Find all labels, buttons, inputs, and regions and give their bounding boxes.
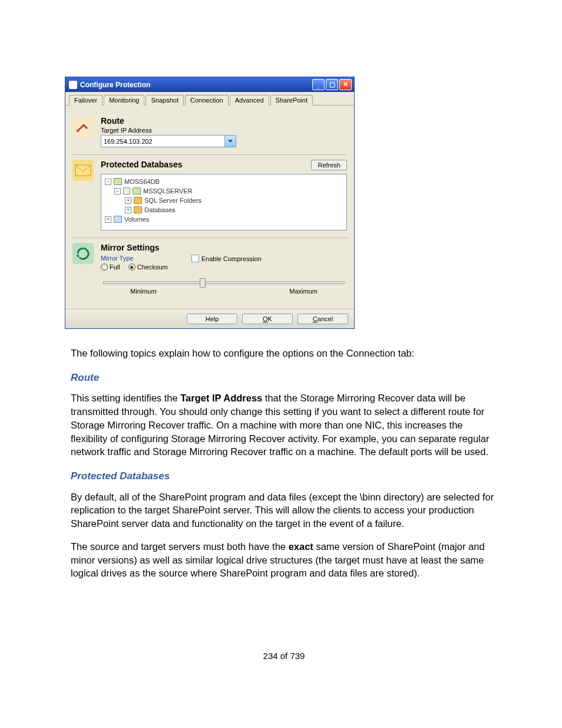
tree-label: MOSS64DB <box>124 177 160 186</box>
folder-icon <box>134 206 142 213</box>
protected-heading: Protected Databases <box>101 160 183 169</box>
compression-slider[interactable]: Minimum Maximum <box>101 281 347 295</box>
checkbox-icon <box>191 255 199 262</box>
tree-label: Databases <box>144 205 176 215</box>
tree-label: MSSQLSERVER <box>143 186 193 196</box>
close-button[interactable]: ✕ <box>339 79 352 90</box>
tab-snapshot[interactable]: Snapshot <box>146 95 183 106</box>
tab-monitoring[interactable]: Monitoring <box>104 95 144 106</box>
configure-protection-dialog: Configure Protection _ ▢ ✕ Failover Moni… <box>65 77 355 329</box>
collapse-icon[interactable]: − <box>114 188 121 195</box>
target-ip-label: Target IP Address <box>101 127 347 134</box>
tab-connection[interactable]: Connection <box>185 95 229 106</box>
instance-icon <box>133 187 141 195</box>
slider-max-label: Maximum <box>289 288 318 295</box>
protected-databases-section: Protected Databases Refresh − MOSS64DB − <box>72 155 347 238</box>
connection-panel: Route Target IP Address <box>65 106 354 309</box>
route-icon <box>72 116 94 137</box>
folder-icon <box>134 197 142 204</box>
envelope-icon <box>72 160 94 181</box>
collapse-icon[interactable]: − <box>105 179 111 185</box>
radio-label: Full <box>110 263 120 271</box>
mirror-settings-section: Mirror Settings Mirror Type Full <box>72 238 347 302</box>
page-number: 234 of 739 <box>71 651 497 661</box>
route-paragraph: This setting identifies the Target IP Ad… <box>71 391 497 459</box>
radio-icon <box>101 263 108 271</box>
enable-compression-checkbox[interactable]: Enable Compression <box>191 255 262 262</box>
tree-node-volumes[interactable]: + Volumes <box>105 215 343 224</box>
slider-min-label: Minimum <box>130 288 157 295</box>
window-title: Configure Protection <box>80 81 150 89</box>
radio-checksum[interactable]: Checksum <box>128 263 168 271</box>
tree-node-databases[interactable]: + Databases <box>105 205 343 215</box>
protected-paragraph: By default, all of the SharePoint progra… <box>71 490 497 531</box>
exact-version-paragraph: The source and target servers must both … <box>71 540 497 580</box>
tree-label: SQL Server Folders <box>144 196 201 205</box>
tree-label: Volumes <box>124 215 149 224</box>
expand-icon[interactable]: + <box>105 216 111 223</box>
chevron-down-icon[interactable] <box>225 135 236 147</box>
route-doc-heading: Route <box>71 371 497 384</box>
slider-thumb[interactable] <box>200 278 206 288</box>
mirror-icon <box>72 243 94 264</box>
mirror-type-label: Mirror Type <box>101 255 168 262</box>
tree-node-folders[interactable]: + SQL Server Folders <box>105 196 343 205</box>
database-tree[interactable]: − MOSS64DB − MSSQLSERVER + <box>101 174 347 230</box>
refresh-button[interactable]: Refresh <box>311 160 347 170</box>
tab-sharepoint[interactable]: SharePoint <box>270 95 313 106</box>
target-ip-combo[interactable] <box>101 135 236 147</box>
document-body: The following topics explain how to conf… <box>71 347 497 580</box>
tab-advanced[interactable]: Advanced <box>230 95 269 106</box>
route-section: Route Target IP Address <box>72 111 347 155</box>
tree-node-instance[interactable]: − MSSQLSERVER <box>105 186 343 196</box>
titlebar: Configure Protection _ ▢ ✕ <box>65 77 354 92</box>
app-icon <box>69 81 77 89</box>
radio-icon <box>128 263 135 271</box>
svg-point-0 <box>77 130 79 132</box>
dialog-button-bar: Help OK Cancel <box>65 309 354 328</box>
mirror-heading: Mirror Settings <box>101 243 347 252</box>
checkbox-label: Enable Compression <box>201 255 262 262</box>
maximize-button[interactable]: ▢ <box>326 79 338 90</box>
tab-bar: Failover Monitoring Snapshot Connection … <box>65 92 354 106</box>
protected-doc-heading: Protected Databases <box>71 469 497 483</box>
route-heading: Route <box>101 116 347 126</box>
volumes-icon <box>114 216 122 223</box>
radio-label: Checksum <box>137 263 168 271</box>
expand-icon[interactable]: + <box>125 197 131 204</box>
radio-full[interactable]: Full <box>101 263 120 271</box>
intro-paragraph: The following topics explain how to conf… <box>71 347 497 360</box>
ok-button[interactable]: OK <box>242 314 293 324</box>
server-icon <box>114 178 122 185</box>
tree-node-server[interactable]: − MOSS64DB <box>105 177 343 186</box>
help-button[interactable]: Help <box>187 314 237 324</box>
minimize-button[interactable]: _ <box>312 79 325 90</box>
expand-icon[interactable]: + <box>125 207 131 213</box>
tab-failover[interactable]: Failover <box>69 95 103 106</box>
target-ip-input[interactable] <box>101 135 225 147</box>
checkbox-icon[interactable] <box>123 187 130 195</box>
cancel-button[interactable]: Cancel <box>297 314 348 324</box>
